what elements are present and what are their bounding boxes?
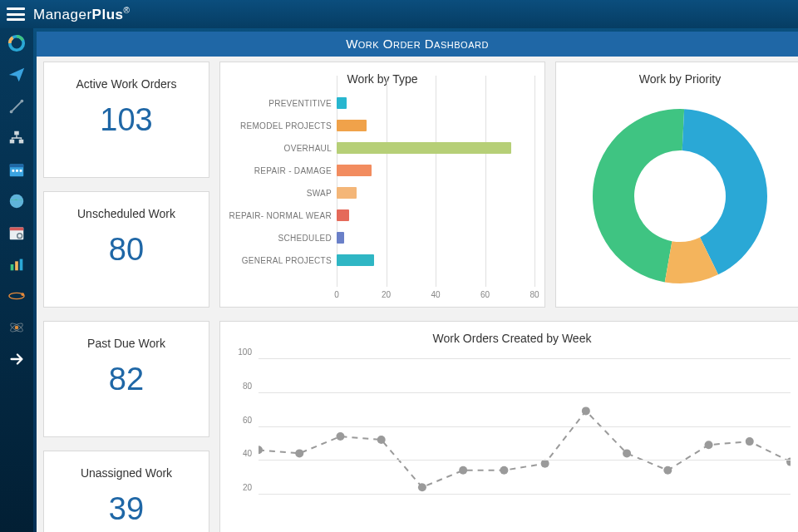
bar-label: GENERAL PROJECTS — [227, 256, 332, 265]
stat-value: 80 — [51, 232, 202, 268]
stat-title: Unscheduled Work — [51, 207, 202, 220]
paper-plane-icon[interactable] — [7, 65, 27, 85]
x-tick: 20 — [382, 290, 391, 299]
globe-icon[interactable] — [7, 191, 27, 211]
page-title: Work Order Dashboard — [37, 32, 798, 57]
bar — [337, 232, 344, 244]
bar-row: OVERHAUL — [337, 137, 534, 160]
data-point — [295, 449, 303, 457]
bar — [337, 142, 511, 154]
x-tick: 40 — [431, 290, 440, 299]
chart-title: Work by Priority — [556, 62, 798, 86]
data-point — [459, 466, 467, 475]
svg-point-20 — [15, 326, 19, 330]
bar-row: PREVENTITIVE — [337, 92, 534, 115]
data-point — [377, 436, 386, 444]
bar — [337, 165, 372, 176]
y-tick: 40 — [229, 449, 252, 458]
data-point — [663, 466, 672, 475]
x-tick: 80 — [530, 290, 539, 299]
stat-title: Unassigned Work — [51, 466, 202, 480]
chart-work-by-priority[interactable]: Work by Priority — [555, 62, 798, 308]
bar — [337, 187, 357, 199]
svg-rect-5 — [19, 140, 24, 144]
bar-label: REPAIR - DAMAGE — [227, 166, 332, 175]
svg-rect-7 — [10, 165, 24, 168]
data-point — [418, 483, 426, 491]
stat-card-active[interactable]: Active Work Orders 103 — [43, 62, 209, 178]
bar-label: SWAP — [227, 189, 332, 198]
bar — [337, 209, 349, 221]
bar-row: GENERAL PROJECTS — [337, 249, 534, 272]
data-point — [746, 437, 754, 446]
svg-point-2 — [21, 100, 24, 103]
bar — [337, 254, 374, 266]
stat-value: 82 — [51, 362, 202, 397]
bar-row: SWAP — [337, 182, 534, 204]
stat-card-pastdue[interactable]: Past Due Work 82 — [43, 321, 209, 437]
brand-name-bold: Plus — [92, 6, 124, 22]
dashboard-panel: Work Order Dashboard Active Work Orders … — [37, 32, 798, 532]
brand-bar: ManagerPlus® — [0, 0, 798, 28]
chart-title: Work Orders Created by Week — [220, 322, 798, 345]
data-point — [705, 441, 713, 449]
stat-value: 39 — [51, 491, 202, 527]
stat-title: Past Due Work — [51, 337, 202, 350]
y-tick: 100 — [229, 347, 252, 357]
donut-icon[interactable] — [7, 33, 27, 53]
bar-label: REPAIR- NORMAL WEAR — [227, 211, 332, 220]
y-tick: 80 — [229, 381, 252, 390]
orbit-icon[interactable] — [7, 286, 27, 306]
chart-created-by-week[interactable]: Work Orders Created by Week 20406080100 — [219, 321, 798, 532]
stat-card-unscheduled[interactable]: Unscheduled Work 80 — [43, 191, 209, 308]
menu-icon[interactable] — [7, 7, 25, 21]
main-area: Work Order Dashboard Active Work Orders … — [33, 28, 798, 532]
bar — [337, 97, 347, 109]
svg-rect-10 — [20, 170, 22, 172]
svg-rect-15 — [11, 264, 14, 270]
svg-rect-8 — [12, 170, 15, 172]
brand-logo: ManagerPlus® — [33, 6, 130, 23]
svg-rect-3 — [14, 131, 19, 135]
bar-label: PREVENTITIVE — [227, 99, 332, 108]
chart-work-by-type[interactable]: Work by Type PREVENTITIVEREMODEL PROJECT… — [219, 62, 545, 308]
data-point — [500, 466, 508, 475]
atom-icon[interactable] — [7, 318, 27, 337]
x-tick: 60 — [480, 290, 490, 299]
data-point — [259, 446, 263, 454]
bar-row: REMODEL PROJECTS — [337, 115, 534, 137]
line-chart — [259, 352, 791, 521]
data-point — [582, 406, 590, 415]
y-tick: 60 — [229, 415, 252, 424]
bar — [337, 120, 367, 131]
data-point — [336, 432, 344, 441]
tools-icon[interactable] — [7, 96, 27, 116]
svg-rect-9 — [16, 170, 18, 172]
nav-rail — [0, 28, 33, 532]
y-tick: 20 — [229, 483, 252, 492]
bar-label: SCHEDULED — [227, 234, 332, 243]
bar-row: REPAIR- NORMAL WEAR — [337, 204, 534, 227]
svg-rect-17 — [20, 259, 23, 271]
svg-point-19 — [22, 293, 25, 296]
svg-rect-13 — [10, 228, 24, 231]
svg-rect-16 — [15, 261, 18, 270]
svg-point-1 — [10, 111, 13, 114]
calendar-gear-icon[interactable] — [7, 223, 27, 243]
brand-name-light: Manager — [33, 6, 92, 22]
svg-point-11 — [10, 195, 24, 209]
data-point — [786, 458, 791, 466]
bar-label: OVERHAUL — [227, 144, 332, 153]
donut-chart — [580, 92, 780, 292]
bar-chart-icon[interactable] — [7, 254, 27, 274]
calendar-icon[interactable] — [7, 160, 27, 180]
x-tick: 0 — [334, 290, 339, 299]
stat-card-unassigned[interactable]: Unassigned Work 39 — [43, 451, 209, 532]
arrow-right-icon[interactable] — [7, 349, 27, 369]
stat-title: Active Work Orders — [51, 77, 202, 91]
brand-registered: ® — [124, 6, 131, 15]
data-point — [623, 449, 631, 457]
svg-rect-4 — [10, 140, 15, 144]
org-icon[interactable] — [7, 128, 27, 148]
bar-row: REPAIR - DAMAGE — [337, 160, 534, 182]
